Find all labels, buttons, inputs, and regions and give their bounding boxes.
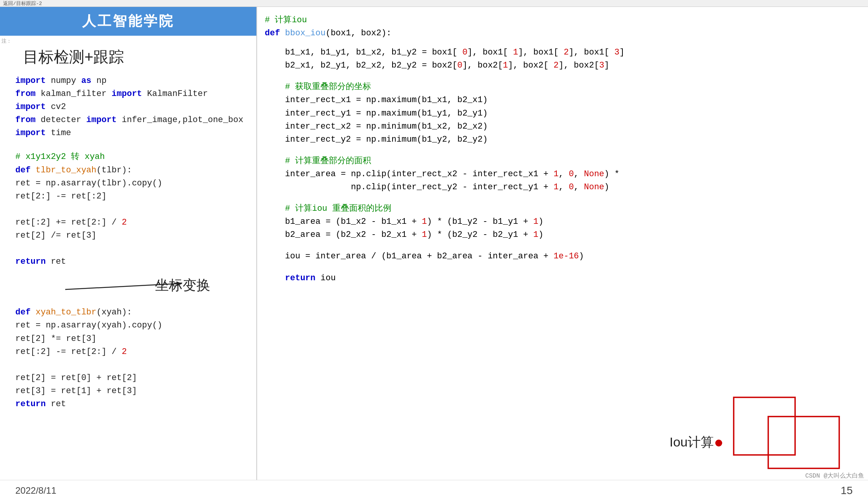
func1-body-5: ret[2] /= ret[3] [15,229,249,242]
import-line-3: import cv2 [15,101,249,114]
import-line-5: import time [15,127,249,140]
func1-def: def tlbr_to_xyah(tlbr): [15,164,249,177]
red-dot [715,440,722,446]
arrow-area: 坐标变换 [15,272,241,303]
right-func-def: def bbox_iou(box1, box2): [265,27,860,40]
right-comment-iou: # 计算iou [265,14,860,27]
slide-title: 目标检测+跟踪 [23,46,256,68]
func2-code-block: def xyah_to_tlbr(xyah): ret = np.asarray… [15,306,249,411]
right-code-block: # 计算iou def bbox_iou(box1, box2): b1_x1,… [257,7,868,285]
iou-svg [730,394,845,470]
right-comment-area: # 计算重叠部分的面积 [265,155,860,168]
right-overlap-3: inter_rect_x2 = np.minimum(b1_x2, b2_x2) [265,120,860,133]
func1-body-4: ret[:2] += ret[2:] / 2 [15,216,249,229]
func2-body-7: return ret [15,398,249,411]
svg-rect-2 [734,397,795,455]
right-area-1: inter_area = np.clip(inter_rect_x2 - int… [265,168,860,181]
right-return: return iou [265,272,860,285]
func2-body-3: ret[:2] -= ret[2:] / 2 [15,346,249,359]
right-iou-2: b2_area = (b2_x2 - b2_x1 + 1) * (b2_y2 -… [265,228,860,241]
footer: 2022/8/11 15 [0,480,868,501]
arrow-label: 坐标变换 [155,276,210,295]
import-line-1: import numpy as np [15,74,249,88]
right-comment-overlap: # 获取重叠部分的坐标 [265,81,860,94]
func2-def: def xyah_to_tlbr(xyah): [15,306,249,319]
iou-label: Iou计算 [670,433,722,451]
func1-body-7: return ret [15,255,249,268]
func2-body-1: ret = np.asarray(xyah).copy() [15,319,249,332]
right-panel: # 计算iou def bbox_iou(box1, box2): b1_x1,… [257,7,868,501]
header-bar: 人工智能学院 [0,7,256,36]
right-overlap-4: inter_rect_y2 = np.minimum(b1_y2, b2_y2) [265,133,860,146]
func1-comment: # x1y1x2y2 转 xyah [15,150,249,164]
right-unpack-1: b1_x1, b1_y1, b1_x2, b1_y2 = box1[ 0], b… [265,46,860,59]
func1-body-3 [15,203,249,216]
func1-body-6 [15,242,249,255]
func1-body-2: ret[2:] -= ret[:2] [15,190,249,203]
header-title: 人工智能学院 [82,12,174,31]
top-bar-text: 返回/目标跟踪-2 [3,0,42,7]
func2-body-2: ret[2] *= ret[3] [15,332,249,346]
func2-body-5: ret[2] = ret[0] + ret[2] [15,372,249,385]
top-bar: 返回/目标跟踪-2 [0,0,868,7]
right-area-2: np.clip(inter_rect_y2 - inter_rect_y1 + … [265,181,860,194]
import-line-4: from detecter import infer_image,plot_on… [15,114,249,127]
import-line-2: from kalman_filter import KalmanFilter [15,88,249,101]
func1-body-1: ret = np.asarray(tlbr).copy() [15,177,249,190]
left-panel: 人工智能学院 注： 目标检测+跟踪 import numpy as np fro… [0,7,257,501]
footer-brand: CSDN @大叫么大白鱼 [805,472,864,480]
func2-body-4 [15,359,249,372]
left-note: 注： [2,38,12,45]
iou-diagram [730,394,845,470]
svg-rect-3 [768,417,839,468]
right-iou-1: b1_area = (b1_x2 - b1_x1 + 1) * (b1_y2 -… [265,215,860,228]
func2-body-6: ret[3] = ret[1] + ret[3] [15,385,249,398]
footer-page: 15 [841,484,853,497]
import-code-block: import numpy as np from kalman_filter im… [15,74,249,140]
right-overlap-2: inter_rect_y1 = np.maximum(b1_y1, b2_y1) [265,107,860,120]
right-unpack-2: b2_x1, b2_y1, b2_x2, b2_y2 = box2[0], bo… [265,59,860,72]
footer-date: 2022/8/11 [15,485,56,496]
func1-code-block: # x1y1x2y2 转 xyah def tlbr_to_xyah(tlbr)… [15,150,249,268]
right-comment-iou-ratio: # 计算iou 重叠面积的比例 [265,202,860,215]
right-iou-calc: iou = inter_area / (b1_area + b2_area - … [265,250,860,263]
right-overlap-1: inter_rect_x1 = np.maximum(b1_x1, b2_x1) [265,94,860,107]
